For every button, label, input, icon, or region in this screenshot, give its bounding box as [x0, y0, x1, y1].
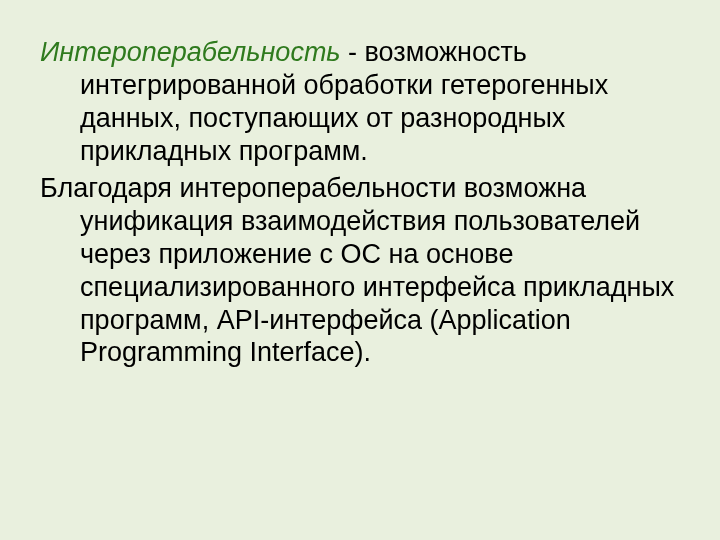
paragraph-1: Интероперабельность - возможность интегр…	[40, 36, 680, 168]
term-interoperability: Интероперабельность	[40, 37, 341, 67]
paragraph-2: Благодаря интероперабельности возможна у…	[40, 172, 680, 370]
slide: Интероперабельность - возможность интегр…	[0, 0, 720, 540]
paragraph-2-text: Благодаря интероперабельности возможна у…	[40, 173, 674, 368]
